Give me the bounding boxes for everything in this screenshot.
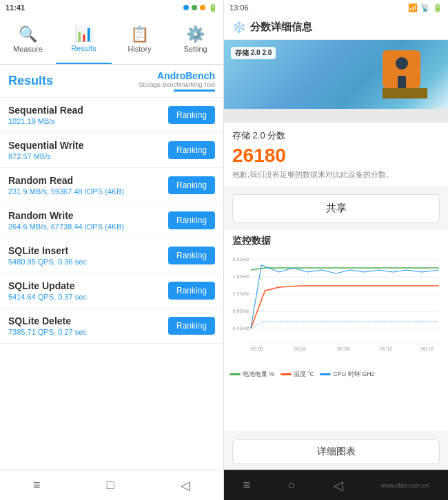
dot-orange (200, 5, 205, 10)
benchmark-sqlite-update: SQLite Update 5414.64 QPS, 0.37 sec Rank… (0, 273, 223, 309)
tab-setting[interactable]: ⚙️ Setting (167, 15, 223, 64)
benchmark-info-sqlite-delete: SQLite Delete 7385.71 QPS, 0.27 sec (8, 315, 168, 336)
results-icon: 📊 (74, 26, 93, 41)
detail-chart-button[interactable]: 详细图表 (232, 439, 440, 464)
benchmark-name-rand-read: Random Read (8, 175, 168, 186)
dot-green (192, 5, 197, 10)
svg-text:00:04: 00:04 (294, 346, 306, 352)
ranking-btn-seq-read[interactable]: Ranking (168, 106, 215, 124)
benchmark-value-rand-write: 264.6 MB/s, 67738.44 IOPS (4KB) (8, 222, 168, 231)
logo-part2: Bench (185, 70, 215, 81)
status-icons-right: 📶 📡 🔋 (408, 3, 442, 12)
wifi-icon: 📡 (420, 3, 430, 12)
nav-back-btn[interactable]: ◁ (175, 472, 196, 499)
right-panel: 13:06 📶 📡 🔋 ❄️ 分数详细信息 存储 2.0 2.0 存储 2.0 … (224, 0, 448, 500)
bottom-nav-right: ≡ ○ ◁ www.cfan.com.cn (224, 470, 448, 500)
history-icon: 📋 (130, 27, 149, 42)
legend-color-temp (281, 373, 292, 375)
score-label: 存储 2.0 分数 (232, 129, 440, 142)
benchmark-value-seq-write: 872.57 MB/s (8, 152, 168, 160)
benchmark-value-seq-read: 1021.19 MB/s (8, 117, 168, 125)
logo-bar (174, 90, 215, 92)
building-body (383, 50, 420, 88)
bottom-nav-left: ≡ □ ◁ (0, 470, 223, 500)
time-left: 11:41 (6, 3, 25, 12)
svg-text:2.0GHz: 2.0GHz (232, 257, 250, 262)
benchmark-name-seq-read: Sequential Read (8, 105, 168, 116)
building-window (396, 57, 408, 70)
legend-temp: 温度 °C (281, 370, 315, 379)
score-value: 26180 (232, 145, 440, 167)
svg-text:1.2GHz: 1.2GHz (232, 291, 250, 297)
benchmark-value-sqlite-delete: 7385.71 QPS, 0.27 sec (8, 328, 168, 336)
ranking-btn-sqlite-insert[interactable]: Ranking (168, 247, 215, 264)
benchmark-value-rand-read: 231.9 MB/s, 59367.48 IOPS (4KB) (8, 187, 168, 196)
results-title: Results (8, 74, 53, 88)
tab-measure[interactable]: 🔍 Measure (0, 15, 56, 64)
benchmark-info-sqlite-update: SQLite Update 5414.64 QPS, 0.37 sec (8, 280, 168, 301)
chart-legend: 电池电量 % 温度 °C CPU 时钟 GHz (224, 367, 448, 382)
status-bar-left: 11:41 🔋 (0, 0, 223, 15)
nav-back-right[interactable]: ◁ (328, 472, 349, 499)
nav-tabs: 🔍 Measure 📊 Results 📋 History ⚙️ Setting (0, 15, 223, 65)
ranking-btn-rand-read[interactable]: Ranking (168, 176, 215, 194)
tab-results-label: Results (71, 44, 96, 52)
share-button[interactable]: 共享 (232, 194, 440, 222)
tab-results[interactable]: 📊 Results (56, 15, 112, 64)
legend-battery: 电池电量 % (230, 370, 275, 379)
nav-menu-btn[interactable]: ≡ (28, 472, 46, 498)
setting-icon: ⚙️ (186, 27, 205, 42)
benchmark-info-sequential-read: Sequential Read 1021.19 MB/s (8, 105, 168, 125)
watermark: www.cfan.com.cn (376, 482, 435, 489)
building-base (383, 88, 427, 98)
svg-text:00:00: 00:00 (251, 346, 263, 352)
benchmark-name-seq-write: Sequential Write (8, 140, 168, 151)
tab-setting-label: Setting (183, 45, 207, 53)
monitor-chart: 2.0GHz 1.6GHz 1.2GHz 0.8GHz 0.4GHz 00:00… (230, 253, 442, 356)
tab-measure-label: Measure (13, 45, 43, 53)
detail-header-title: 分数详细信息 (250, 21, 312, 34)
svg-text:00:08: 00:08 (338, 346, 350, 352)
benchmark-name-sqlite-update: SQLite Update (8, 280, 168, 291)
legend-color-battery (230, 373, 241, 375)
nav-home-right[interactable]: ○ (283, 472, 301, 498)
measure-icon: 🔍 (19, 27, 37, 42)
benchmark-name-sqlite-insert: SQLite Insert (8, 245, 168, 256)
signal-icon: 📶 (408, 3, 418, 12)
tab-history[interactable]: 📋 History (112, 15, 167, 64)
benchmark-value-sqlite-update: 5414.64 QPS, 0.37 sec (8, 293, 168, 301)
time-right: 13:06 (230, 3, 249, 12)
benchmark-info-sqlite-insert: SQLite Insert 5480.95 QPS, 0.36 sec (8, 245, 168, 266)
benchmark-sequential-write: Sequential Write 872.57 MB/s Ranking (0, 133, 223, 168)
banner-badge: 存储 2.0 2.0 (231, 47, 276, 59)
benchmark-value-sqlite-insert: 5480.95 QPS, 0.36 sec (8, 258, 168, 266)
benchmark-info-sequential-write: Sequential Write 872.57 MB/s (8, 140, 168, 160)
ranking-btn-rand-write[interactable]: Ranking (168, 211, 215, 229)
chart-container: 2.0GHz 1.6GHz 1.2GHz 0.8GHz 0.4GHz 00:00… (224, 250, 448, 367)
nav-home-btn[interactable]: □ (101, 472, 120, 498)
benchmark-info-random-write: Random Write 264.6 MB/s, 67738.44 IOPS (… (8, 210, 168, 231)
androbench-sub: Storage Benchmarking Tool (139, 81, 215, 88)
ranking-btn-seq-write[interactable]: Ranking (168, 141, 215, 159)
legend-label-cpu: CPU 时钟 GHz (333, 370, 374, 379)
benchmark-list: Sequential Read 1021.19 MB/s Ranking Seq… (0, 98, 223, 470)
nav-menu-right[interactable]: ≡ (237, 472, 256, 498)
benchmark-random-write: Random Write 264.6 MB/s, 67738.44 IOPS (… (0, 203, 223, 238)
svg-text:1.6GHz: 1.6GHz (232, 274, 250, 280)
snowflake-icon: ❄️ (232, 21, 246, 34)
ranking-btn-sqlite-update[interactable]: Ranking (168, 282, 215, 300)
score-note: 抱歉,我们没有足够的数据来对比此设备的分数。 (232, 169, 440, 180)
status-icons-left: 🔋 (183, 3, 218, 12)
left-panel: 11:41 🔋 🔍 Measure 📊 Results 📋 History ⚙️… (0, 0, 224, 500)
benchmark-sqlite-insert: SQLite Insert 5480.95 QPS, 0.36 sec Rank… (0, 238, 223, 273)
legend-color-cpu (320, 373, 331, 375)
building-door (398, 76, 406, 88)
dot-blue (183, 5, 189, 10)
svg-text:00:16: 00:16 (421, 346, 434, 352)
svg-text:0.8GHz: 0.8GHz (232, 309, 250, 314)
legend-label-battery: 电池电量 % (243, 370, 275, 379)
monitor-section: 监控数据 2.0GHz 1.6GHz 1.2GHz 0.8GHz 0.4GHz … (224, 229, 448, 431)
benchmark-info-random-read: Random Read 231.9 MB/s, 59367.48 IOPS (4… (8, 175, 168, 196)
ranking-btn-sqlite-delete[interactable]: Ranking (168, 317, 215, 335)
benchmark-sequential-read: Sequential Read 1021.19 MB/s Ranking (0, 98, 223, 133)
